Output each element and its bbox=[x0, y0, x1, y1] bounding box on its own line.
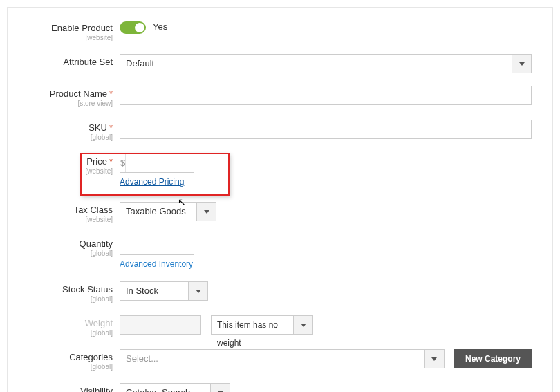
stock-status-value: In Stock bbox=[120, 282, 188, 300]
sku-input[interactable] bbox=[120, 120, 532, 139]
stock-status-dropdown-button[interactable] bbox=[188, 282, 207, 300]
price-field[interactable] bbox=[126, 154, 245, 172]
required-icon: * bbox=[109, 122, 113, 133]
stock-status-scope: [global] bbox=[28, 295, 113, 303]
sku-scope: [global] bbox=[28, 133, 113, 141]
chevron-down-icon bbox=[431, 357, 437, 361]
chevron-down-icon bbox=[196, 290, 201, 293]
enable-product-scope: [website] bbox=[28, 34, 113, 41]
chevron-down-icon bbox=[519, 62, 525, 66]
attribute-set-value: Default bbox=[120, 55, 512, 73]
advanced-inventory-link[interactable]: Advanced Inventory bbox=[120, 259, 532, 269]
enable-product-toggle[interactable] bbox=[120, 21, 146, 34]
price-input[interactable]: $ bbox=[120, 153, 194, 173]
weight-scope: [global] bbox=[28, 329, 113, 337]
attribute-set-label: Attribute Set bbox=[28, 57, 113, 67]
weight-option-dropdown-button[interactable] bbox=[293, 316, 312, 334]
categories-label: Categories bbox=[28, 352, 113, 362]
weight-input[interactable]: lbs bbox=[120, 315, 201, 335]
product-name-input[interactable] bbox=[120, 86, 532, 105]
weight-label: Weight bbox=[28, 318, 113, 328]
weight-option-value: This item has no weight bbox=[212, 316, 293, 334]
categories-scope: [global] bbox=[28, 363, 113, 371]
visibility-select[interactable]: Catalog, Search bbox=[120, 383, 230, 392]
tax-class-scope: [website] bbox=[28, 216, 113, 223]
weight-option-select[interactable]: This item has no weight bbox=[211, 315, 313, 335]
categories-select[interactable]: Select... bbox=[120, 349, 445, 368]
visibility-label: Visibility bbox=[28, 386, 113, 392]
enable-product-value: Yes bbox=[153, 20, 167, 34]
visibility-value: Catalog, Search bbox=[120, 384, 210, 392]
price-scope: [website] bbox=[28, 167, 113, 175]
tax-class-value: Taxable Goods bbox=[120, 203, 196, 221]
visibility-dropdown-button[interactable] bbox=[210, 384, 230, 392]
stock-status-select[interactable]: In Stock bbox=[120, 281, 208, 301]
required-icon: * bbox=[109, 88, 113, 99]
categories-dropdown-button[interactable] bbox=[424, 350, 444, 368]
stock-status-label: Stock Status bbox=[28, 284, 113, 295]
quantity-input[interactable] bbox=[120, 236, 194, 255]
attribute-set-dropdown-button[interactable] bbox=[512, 55, 531, 73]
currency-symbol: $ bbox=[120, 154, 126, 172]
sku-label: SKU bbox=[88, 122, 107, 133]
product-name-label: Product Name bbox=[50, 88, 107, 99]
chevron-down-icon bbox=[204, 210, 209, 214]
new-category-button[interactable]: New Category bbox=[454, 349, 532, 368]
quantity-scope: [global] bbox=[28, 250, 113, 257]
chevron-down-icon bbox=[301, 324, 306, 327]
categories-placeholder: Select... bbox=[120, 350, 424, 368]
tax-class-dropdown-button[interactable] bbox=[196, 203, 216, 221]
price-label: Price bbox=[86, 156, 107, 167]
product-name-scope: [store view] bbox=[28, 100, 113, 107]
quantity-label: Quantity bbox=[28, 239, 113, 249]
tax-class-label: Tax Class bbox=[28, 205, 113, 215]
enable-product-label: Enable Product bbox=[28, 23, 113, 33]
advanced-pricing-link[interactable]: Advanced Pricing bbox=[120, 177, 532, 187]
required-icon: * bbox=[109, 156, 113, 167]
tax-class-select[interactable]: Taxable Goods bbox=[120, 202, 216, 221]
attribute-set-select[interactable]: Default bbox=[120, 54, 532, 73]
